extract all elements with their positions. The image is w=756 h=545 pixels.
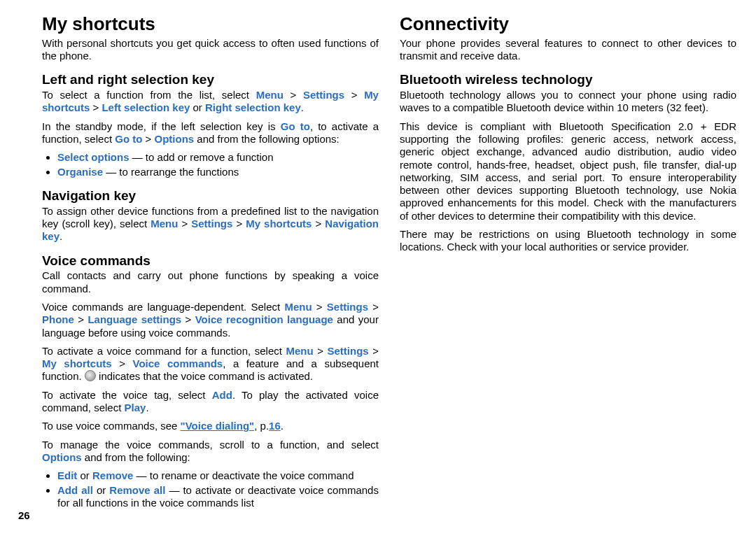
add-label: Add	[212, 389, 232, 401]
bt-p1: Bluetooth technology allows you to conne…	[400, 89, 736, 115]
go-to-label: Go to	[115, 133, 142, 145]
list-item: Organise — to rearrange the functions	[57, 166, 379, 178]
text: .	[59, 230, 62, 242]
bt-p3: There may be restrictions on using Bluet…	[400, 228, 736, 254]
play-label: Play	[125, 402, 146, 413]
text: indicates that the voice command is acti…	[96, 370, 313, 382]
voice-recognition-language-label: Voice recognition language	[195, 313, 333, 325]
remove-label: Remove	[92, 469, 133, 481]
settings-label: Settings	[303, 89, 344, 101]
text: or	[190, 101, 205, 113]
text: — to rename or deactivate the voice comm…	[133, 469, 354, 481]
text: Voice commands are language-dependent. S…	[42, 301, 284, 313]
text: To activate a voice command for a functi…	[42, 345, 286, 357]
text: To use voice commands, see	[42, 420, 181, 432]
voice-dialing-link[interactable]: "Voice dialing"	[181, 420, 255, 432]
settings-label: Settings	[191, 218, 232, 229]
go-to-label: Go to	[281, 120, 310, 132]
my-shortcuts-label: My shortcuts	[42, 358, 112, 369]
text: .	[281, 420, 284, 432]
organise-label: Organise	[57, 166, 103, 178]
text: >	[284, 89, 303, 101]
text: >	[368, 301, 379, 313]
settings-label: Settings	[327, 301, 368, 313]
text: and from the following:	[82, 451, 190, 463]
page-number: 26	[18, 509, 30, 521]
text: To activate the voice tag, select	[42, 389, 212, 401]
voice-commands-label: Voice commands	[133, 358, 223, 369]
right-selection-key-label: Right selection key	[205, 101, 301, 113]
phone-label: Phone	[42, 313, 74, 325]
text: — to rearrange the functions	[103, 166, 239, 178]
content-columns: My shortcuts With personal shortcuts you…	[42, 14, 736, 518]
language-settings-label: Language settings	[88, 313, 181, 325]
vc-activate: To activate a voice command for a functi…	[42, 345, 379, 383]
left-selection-key-label: Left selection key	[102, 101, 190, 113]
bt-p2: This device is compliant with Bluetooth …	[400, 120, 736, 222]
heading-connectivity: Connectivity	[400, 14, 736, 34]
text: >	[314, 345, 328, 357]
options-label: Options	[155, 133, 195, 145]
heading-voice-commands: Voice commands	[42, 253, 379, 269]
text: >	[90, 101, 102, 113]
text: >	[181, 313, 195, 325]
vc-see-link: To use voice commands, see "Voice dialin…	[42, 420, 379, 432]
lr-key-options-list: Select options — to add or remove a func…	[42, 151, 379, 178]
vc-intro: Call contacts and carry out phone functi…	[42, 269, 379, 295]
menu-label: Menu	[286, 345, 313, 357]
add-all-label: Add all	[57, 484, 93, 496]
my-shortcuts-label: My shortcuts	[246, 218, 312, 229]
menu-label: Menu	[150, 218, 178, 229]
nav-key-path: To assign other device functions from a …	[42, 205, 379, 243]
connectivity-intro: Your phone provides several features to …	[400, 37, 736, 63]
list-item: Add all or Remove all — to activate or d…	[57, 484, 379, 510]
text: >	[344, 89, 364, 101]
text: >	[74, 313, 88, 325]
voice-command-active-icon	[85, 370, 96, 381]
text: To select a function from the list, sele…	[42, 89, 256, 101]
text: In the standby mode, if the left selecti…	[42, 120, 281, 132]
text: To manage the voice commands, scroll to …	[42, 439, 379, 451]
lr-key-select-path: To select a function from the list, sele…	[42, 89, 379, 115]
list-item: Select options — to add or remove a func…	[57, 151, 379, 164]
manual-page: 26 My shortcuts With personal shortcuts …	[0, 0, 756, 545]
vc-manage-list: Edit or Remove — to rename or deactivate…	[42, 469, 379, 509]
edit-label: Edit	[57, 469, 77, 481]
text: .	[301, 101, 304, 113]
shortcuts-intro: With personal shortcuts you get quick ac…	[42, 37, 379, 63]
text: >	[312, 301, 327, 313]
heading-lr-selection-key: Left and right selection key	[42, 72, 379, 87]
lr-key-goto: In the standby mode, if the left selecti…	[42, 120, 379, 146]
menu-label: Menu	[256, 89, 284, 101]
text: >	[312, 218, 325, 229]
text: >	[178, 218, 191, 229]
select-options-label: Select options	[57, 151, 130, 163]
text: >	[112, 358, 133, 369]
text: — to add or remove a function	[130, 151, 274, 163]
settings-label: Settings	[328, 345, 369, 357]
text: , p.	[254, 420, 269, 432]
heading-navigation-key: Navigation key	[42, 188, 379, 204]
text: and from the following options:	[194, 133, 340, 145]
text: >	[232, 218, 246, 229]
text: or	[93, 484, 109, 496]
text: or	[77, 469, 92, 481]
text: >	[369, 345, 379, 357]
heading-my-shortcuts: My shortcuts	[42, 14, 379, 34]
page-link[interactable]: 16	[269, 420, 281, 432]
list-item: Edit or Remove — to rename or deactivate…	[57, 469, 379, 482]
vc-language: Voice commands are language-dependent. S…	[42, 301, 379, 339]
text: >	[142, 133, 154, 145]
heading-bluetooth: Bluetooth wireless technology	[400, 72, 736, 87]
menu-label: Menu	[284, 301, 312, 313]
text: .	[146, 402, 148, 413]
vc-add-play: To activate the voice tag, select Add. T…	[42, 389, 379, 415]
options-label: Options	[42, 451, 82, 463]
remove-all-label: Remove all	[109, 484, 165, 496]
vc-manage: To manage the voice commands, scroll to …	[42, 439, 379, 465]
